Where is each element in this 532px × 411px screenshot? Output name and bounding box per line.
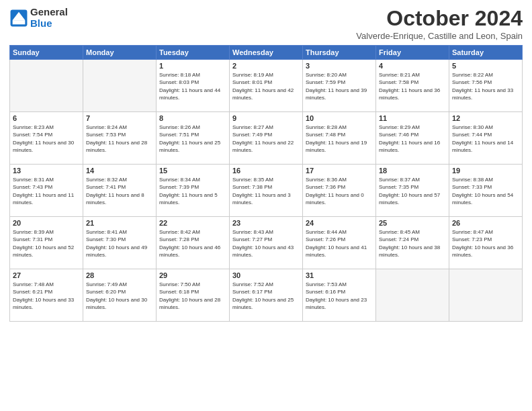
calendar-table: SundayMondayTuesdayWednesdayThursdayFrid… [9, 45, 523, 322]
day-number: 17 [306, 167, 373, 175]
day-number: 4 [379, 62, 446, 70]
day-info: Sunrise: 7:49 AMSunset: 6:20 PMDaylight:… [86, 281, 153, 311]
day-number: 19 [452, 167, 519, 175]
logo: General Blue [9, 7, 68, 29]
calendar-header-row: SundayMondayTuesdayWednesdayThursdayFrid… [10, 46, 523, 60]
weekday-header: Tuesday [157, 46, 230, 60]
day-number: 16 [232, 167, 300, 175]
calendar-cell: 9Sunrise: 8:27 AMSunset: 7:49 PMDaylight… [230, 112, 303, 165]
calendar-week-row: 27Sunrise: 7:48 AMSunset: 6:21 PMDayligh… [10, 269, 523, 322]
day-number: 26 [452, 219, 519, 227]
calendar-cell: 28Sunrise: 7:49 AMSunset: 6:20 PMDayligh… [83, 269, 157, 322]
day-number: 23 [232, 219, 300, 227]
day-number: 9 [232, 114, 300, 122]
logo-icon [9, 9, 28, 28]
weekday-header: Thursday [303, 46, 376, 60]
day-number: 3 [306, 62, 373, 70]
calendar-cell: 17Sunrise: 8:36 AMSunset: 7:36 PMDayligh… [303, 165, 376, 217]
weekday-header: Saturday [449, 46, 523, 60]
day-info: Sunrise: 7:53 AMSunset: 6:16 PMDaylight:… [306, 281, 373, 311]
calendar-cell: 25Sunrise: 8:45 AMSunset: 7:24 PMDayligh… [376, 217, 449, 269]
calendar-cell: 23Sunrise: 8:43 AMSunset: 7:27 PMDayligh… [230, 217, 303, 269]
calendar-cell: 8Sunrise: 8:26 AMSunset: 7:51 PMDaylight… [157, 112, 230, 165]
calendar-cell: 11Sunrise: 8:29 AMSunset: 7:46 PMDayligh… [376, 112, 449, 165]
weekday-header: Sunday [10, 46, 83, 60]
calendar-week-row: 20Sunrise: 8:39 AMSunset: 7:31 PMDayligh… [10, 217, 523, 269]
day-info: Sunrise: 7:48 AMSunset: 6:21 PMDaylight:… [13, 281, 80, 311]
page: General Blue October 2024 Valverde-Enriq… [0, 0, 532, 411]
calendar-week-row: 13Sunrise: 8:31 AMSunset: 7:43 PMDayligh… [10, 165, 523, 217]
calendar-cell: 24Sunrise: 8:44 AMSunset: 7:26 PMDayligh… [303, 217, 376, 269]
day-info: Sunrise: 8:21 AMSunset: 7:58 PMDaylight:… [379, 71, 446, 101]
svg-rect-2 [13, 20, 26, 24]
day-info: Sunrise: 8:35 AMSunset: 7:38 PMDaylight:… [232, 176, 300, 206]
calendar-cell: 22Sunrise: 8:42 AMSunset: 7:28 PMDayligh… [157, 217, 230, 269]
day-number: 18 [379, 167, 446, 175]
calendar-cell [449, 269, 523, 322]
day-info: Sunrise: 8:38 AMSunset: 7:33 PMDaylight:… [452, 176, 519, 206]
day-number: 20 [13, 219, 80, 227]
month-title: October 2024 [356, 7, 523, 30]
calendar-cell: 31Sunrise: 7:53 AMSunset: 6:16 PMDayligh… [303, 269, 376, 322]
day-info: Sunrise: 7:52 AMSunset: 6:17 PMDaylight:… [232, 281, 300, 311]
day-number: 10 [306, 114, 373, 122]
calendar-cell [376, 269, 449, 322]
day-number: 30 [232, 271, 300, 279]
calendar-cell: 3Sunrise: 8:20 AMSunset: 7:59 PMDaylight… [303, 60, 376, 112]
day-number: 13 [13, 167, 80, 175]
calendar-week-row: 6Sunrise: 8:23 AMSunset: 7:54 PMDaylight… [10, 112, 523, 165]
day-number: 5 [452, 62, 519, 70]
day-number: 11 [379, 114, 446, 122]
day-info: Sunrise: 8:28 AMSunset: 7:48 PMDaylight:… [306, 124, 373, 154]
calendar-cell: 30Sunrise: 7:52 AMSunset: 6:17 PMDayligh… [230, 269, 303, 322]
day-info: Sunrise: 8:36 AMSunset: 7:36 PMDaylight:… [306, 176, 373, 206]
day-info: Sunrise: 8:45 AMSunset: 7:24 PMDaylight:… [379, 228, 446, 259]
day-info: Sunrise: 8:30 AMSunset: 7:44 PMDaylight:… [452, 124, 519, 154]
day-info: Sunrise: 8:26 AMSunset: 7:51 PMDaylight:… [159, 124, 226, 154]
calendar-week-row: 1Sunrise: 8:18 AMSunset: 8:03 PMDaylight… [10, 60, 523, 112]
calendar-cell: 20Sunrise: 8:39 AMSunset: 7:31 PMDayligh… [10, 217, 83, 269]
day-info: Sunrise: 8:22 AMSunset: 7:56 PMDaylight:… [452, 71, 519, 101]
day-number: 7 [86, 114, 153, 122]
calendar-cell [83, 60, 157, 112]
calendar-cell: 14Sunrise: 8:32 AMSunset: 7:41 PMDayligh… [83, 165, 157, 217]
day-info: Sunrise: 8:34 AMSunset: 7:39 PMDaylight:… [159, 176, 226, 206]
title-block: October 2024 Valverde-Enrique, Castille … [356, 7, 523, 41]
calendar-cell: 19Sunrise: 8:38 AMSunset: 7:33 PMDayligh… [449, 165, 523, 217]
day-number: 27 [13, 271, 80, 279]
day-number: 12 [452, 114, 519, 122]
day-number: 28 [86, 271, 153, 279]
day-number: 15 [159, 167, 226, 175]
calendar-cell: 12Sunrise: 8:30 AMSunset: 7:44 PMDayligh… [449, 112, 523, 165]
calendar-cell: 7Sunrise: 8:24 AMSunset: 7:53 PMDaylight… [83, 112, 157, 165]
calendar-cell: 26Sunrise: 8:47 AMSunset: 7:23 PMDayligh… [449, 217, 523, 269]
calendar-cell: 13Sunrise: 8:31 AMSunset: 7:43 PMDayligh… [10, 165, 83, 217]
day-number: 14 [86, 167, 153, 175]
calendar-cell: 27Sunrise: 7:48 AMSunset: 6:21 PMDayligh… [10, 269, 83, 322]
day-info: Sunrise: 7:50 AMSunset: 6:18 PMDaylight:… [159, 281, 226, 311]
calendar-cell: 16Sunrise: 8:35 AMSunset: 7:38 PMDayligh… [230, 165, 303, 217]
day-number: 22 [159, 219, 226, 227]
logo-blue: Blue [30, 18, 68, 30]
day-info: Sunrise: 8:41 AMSunset: 7:30 PMDaylight:… [86, 228, 153, 259]
calendar-cell: 6Sunrise: 8:23 AMSunset: 7:54 PMDaylight… [10, 112, 83, 165]
day-info: Sunrise: 8:47 AMSunset: 7:23 PMDaylight:… [452, 228, 519, 259]
day-info: Sunrise: 8:43 AMSunset: 7:27 PMDaylight:… [232, 228, 300, 259]
day-number: 8 [159, 114, 226, 122]
day-number: 24 [306, 219, 373, 227]
day-number: 21 [86, 219, 153, 227]
calendar-cell: 1Sunrise: 8:18 AMSunset: 8:03 PMDaylight… [157, 60, 230, 112]
day-number: 6 [13, 114, 80, 122]
day-number: 1 [159, 62, 226, 70]
calendar-cell: 10Sunrise: 8:28 AMSunset: 7:48 PMDayligh… [303, 112, 376, 165]
calendar-cell: 21Sunrise: 8:41 AMSunset: 7:30 PMDayligh… [83, 217, 157, 269]
day-info: Sunrise: 8:32 AMSunset: 7:41 PMDaylight:… [86, 176, 153, 206]
day-info: Sunrise: 8:39 AMSunset: 7:31 PMDaylight:… [13, 228, 80, 259]
day-info: Sunrise: 8:20 AMSunset: 7:59 PMDaylight:… [306, 71, 373, 101]
day-number: 25 [379, 219, 446, 227]
day-info: Sunrise: 8:27 AMSunset: 7:49 PMDaylight:… [232, 124, 300, 154]
day-info: Sunrise: 8:44 AMSunset: 7:26 PMDaylight:… [306, 228, 373, 259]
header: General Blue October 2024 Valverde-Enriq… [9, 7, 523, 41]
day-info: Sunrise: 8:42 AMSunset: 7:28 PMDaylight:… [159, 228, 226, 259]
calendar-cell: 18Sunrise: 8:37 AMSunset: 7:35 PMDayligh… [376, 165, 449, 217]
